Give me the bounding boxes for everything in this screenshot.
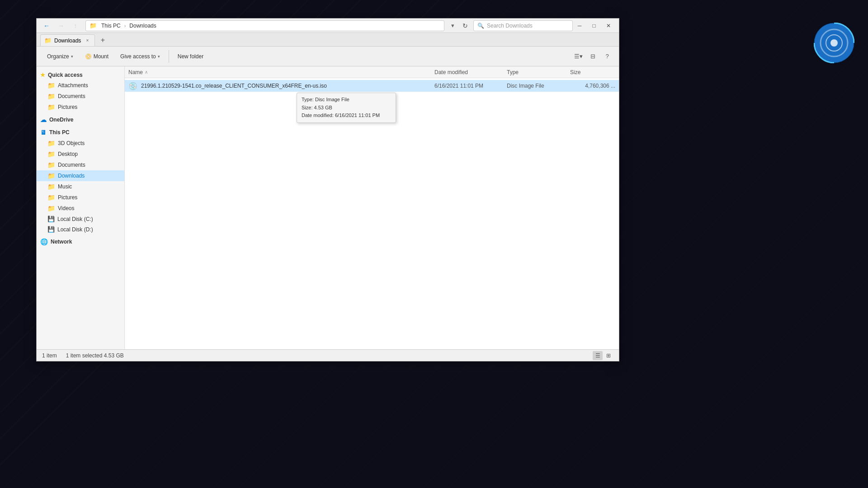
sidebar: ★ Quick access 📁 Attachments 📁 Documents… xyxy=(37,66,125,349)
sidebar-item-label: Downloads xyxy=(58,173,85,179)
file-row-iso[interactable]: 💿 21996.1.210529-1541.co_release_CLIENT_… xyxy=(125,80,619,92)
ribbon-separator xyxy=(169,50,169,63)
large-icons-view-button[interactable]: ⊞ xyxy=(604,351,613,360)
col-size-header[interactable]: Size xyxy=(570,69,615,75)
sidebar-section-this-pc: 🖥 This PC 📁 3D Objects 📁 Desktop 📁 Docum… xyxy=(37,127,124,235)
tab-label: Downloads xyxy=(54,38,81,44)
folder-icon: 📁 xyxy=(90,22,97,29)
sidebar-item-label: Pictures xyxy=(58,104,77,110)
ribbon-right: ☰▾ ⊟ ? xyxy=(572,50,613,63)
sidebar-item-label: Local Disk (C:) xyxy=(57,216,93,222)
sidebar-item-attachments[interactable]: 📁 Attachments xyxy=(37,80,124,91)
col-size-label: Size xyxy=(570,69,580,75)
network-icon: 🌐 xyxy=(40,238,48,245)
sidebar-item-pictures-quick[interactable]: 📁 Pictures xyxy=(37,102,124,113)
file-name: 21996.1.210529-1541.co_release_CLIENT_CO… xyxy=(141,83,434,89)
folder-icon: 📁 xyxy=(47,183,55,190)
tooltip-date-value: 6/16/2021 11:01 PM xyxy=(335,113,380,118)
tab-downloads[interactable]: 📁 Downloads × xyxy=(40,34,95,46)
quick-access-label: Quick access xyxy=(48,72,83,78)
sidebar-item-desktop[interactable]: 📁 Desktop xyxy=(37,149,124,160)
tab-bar: 📁 Downloads × + xyxy=(37,33,619,47)
view-options-button[interactable]: ☰▾ xyxy=(572,50,585,63)
sidebar-item-music[interactable]: 📁 Music xyxy=(37,181,124,192)
help-button[interactable]: ? xyxy=(601,50,613,63)
crumb-this-pc: This PC xyxy=(101,23,121,29)
organize-arrow: ▾ xyxy=(71,54,73,59)
sidebar-item-label: Documents xyxy=(58,93,85,99)
tooltip-size-label: Size: xyxy=(302,105,312,110)
sort-arrow: ∧ xyxy=(145,70,148,75)
sidebar-header-this-pc[interactable]: 🖥 This PC xyxy=(37,127,124,138)
content-area: ★ Quick access 📁 Attachments 📁 Documents… xyxy=(37,66,619,349)
disc-image-icon: 💿 xyxy=(128,82,137,90)
mount-button[interactable]: 📀 Mount xyxy=(80,49,113,64)
details-view-button[interactable]: ☰ xyxy=(593,351,603,360)
tooltip-size: Size: 4.53 GB xyxy=(302,104,391,112)
sidebar-section-onedrive: ☁ OneDrive xyxy=(37,114,124,125)
forward-button[interactable]: → xyxy=(55,20,67,31)
folder-icon: 📁 xyxy=(47,103,55,111)
status-bar-right: ☰ ⊞ xyxy=(593,351,613,360)
mount-icon: 📀 xyxy=(85,53,92,60)
tooltip-type-label: Type: xyxy=(302,97,314,102)
address-bar[interactable]: 📁 This PC › Downloads xyxy=(85,20,444,31)
file-list: 💿 21996.1.210529-1541.co_release_CLIENT_… xyxy=(125,78,619,349)
status-bar: 1 item 1 item selected 4.53 GB ☰ ⊞ xyxy=(37,349,619,361)
sidebar-item-downloads[interactable]: 📁 Downloads xyxy=(37,170,124,181)
app-logo xyxy=(814,23,854,63)
minimize-button[interactable]: ─ xyxy=(573,20,586,31)
file-header: Name ∧ Date modified Type Size xyxy=(125,66,619,78)
tooltip-date-label: Date modified: xyxy=(302,113,334,118)
folder-icon: 📁 xyxy=(47,140,55,147)
refresh-button[interactable]: ↻ xyxy=(459,20,472,31)
ribbon: Organize ▾ 📀 Mount Give access to ▾ New … xyxy=(37,47,619,66)
col-name-label: Name xyxy=(128,69,143,75)
col-date-header[interactable]: Date modified xyxy=(434,69,507,75)
file-explorer-window: ← → ↑ 📁 This PC › Downloads ▾ ↻ 🔍 Search… xyxy=(36,18,619,361)
tab-close-button[interactable]: × xyxy=(84,37,91,44)
organize-button[interactable]: Organize ▾ xyxy=(42,49,78,64)
sidebar-item-pictures[interactable]: 📁 Pictures xyxy=(37,192,124,203)
give-access-button[interactable]: Give access to ▾ xyxy=(115,49,165,64)
col-type-header[interactable]: Type xyxy=(507,69,570,75)
mount-label: Mount xyxy=(94,53,108,60)
folder-icon: 📁 xyxy=(47,205,55,212)
sidebar-header-onedrive[interactable]: ☁ OneDrive xyxy=(37,114,124,125)
close-button[interactable]: ✕ xyxy=(602,20,615,31)
new-folder-label: New folder xyxy=(178,53,203,60)
search-placeholder: Search Downloads xyxy=(487,23,533,29)
drive-icon: 💾 xyxy=(47,226,55,233)
sidebar-header-quick-access[interactable]: ★ Quick access xyxy=(37,70,124,80)
restore-button[interactable]: □ xyxy=(587,20,601,31)
folder-icon: 📁 xyxy=(47,93,55,100)
file-area: Name ∧ Date modified Type Size 💿 21996.1… xyxy=(125,66,619,349)
view-pane-button[interactable]: ⊟ xyxy=(586,50,599,63)
tooltip-date: Date modified: 6/16/2021 11:01 PM xyxy=(302,112,391,120)
sidebar-header-network[interactable]: 🌐 Network xyxy=(37,236,124,247)
back-button[interactable]: ← xyxy=(40,20,53,31)
search-bar[interactable]: 🔍 Search Downloads xyxy=(473,20,573,31)
tooltip-type-value: Disc Image File xyxy=(315,97,349,102)
title-bar: ← → ↑ 📁 This PC › Downloads ▾ ↻ 🔍 Search… xyxy=(37,19,619,33)
sidebar-item-local-disk-c[interactable]: 💾 Local Disk (C:) xyxy=(37,214,124,224)
new-folder-button[interactable]: New folder xyxy=(173,49,208,64)
this-pc-icon: 🖥 xyxy=(40,129,47,136)
network-label: Network xyxy=(51,239,72,245)
window-controls: ─ □ ✕ xyxy=(573,20,615,31)
sidebar-item-documents[interactable]: 📁 Documents xyxy=(37,160,124,170)
col-name-header[interactable]: Name ∧ xyxy=(128,69,434,75)
sidebar-item-label: Local Disk (D:) xyxy=(57,226,93,233)
col-type-label: Type xyxy=(507,69,519,75)
sidebar-item-3d-objects[interactable]: 📁 3D Objects xyxy=(37,138,124,149)
new-tab-button[interactable]: + xyxy=(97,34,108,46)
sidebar-item-documents-quick[interactable]: 📁 Documents xyxy=(37,91,124,102)
sidebar-item-local-disk-d[interactable]: 💾 Local Disk (D:) xyxy=(37,224,124,235)
sidebar-item-videos[interactable]: 📁 Videos xyxy=(37,203,124,214)
tab-folder-icon: 📁 xyxy=(44,37,52,44)
folder-icon: 📁 xyxy=(47,82,55,89)
folder-icon: 📁 xyxy=(47,194,55,201)
folder-icon: 📁 xyxy=(47,161,55,169)
address-dropdown[interactable]: ▾ xyxy=(448,20,457,31)
up-button[interactable]: ↑ xyxy=(69,20,82,31)
